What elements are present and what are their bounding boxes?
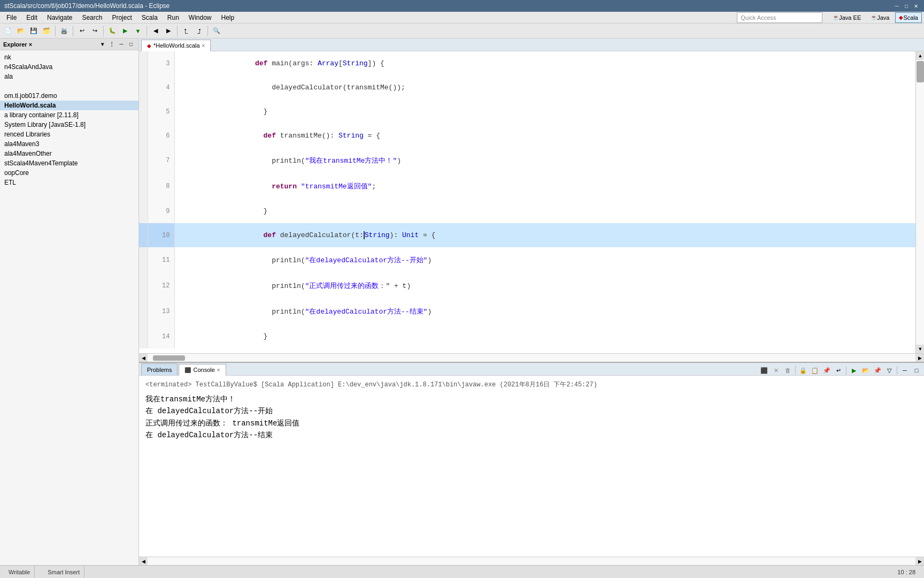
- menu-scala[interactable]: Scala: [137, 12, 162, 24]
- perspective-java[interactable]: ☕ Java: [867, 12, 893, 23]
- scroll-up-btn[interactable]: ▲: [916, 51, 924, 60]
- print-btn[interactable]: 🖨️: [58, 25, 70, 37]
- status-bar: Writable Smart Insert 10 : 28: [0, 565, 924, 578]
- table-row: 13 println("在delayedCalculator方法--结束"): [139, 299, 915, 324]
- scroll-down-btn[interactable]: ▼: [916, 345, 924, 353]
- sidebar-item-scala4maven3[interactable]: ala4Maven3: [0, 139, 138, 149]
- code-line[interactable]: }: [174, 100, 915, 124]
- save-btn[interactable]: 💾: [28, 25, 40, 37]
- menu-file[interactable]: File: [2, 12, 21, 24]
- editor-vscroll[interactable]: ▲ ▼: [915, 51, 924, 353]
- tab-close-btn[interactable]: ×: [202, 43, 205, 49]
- sidebar-maximize-btn[interactable]: □: [127, 40, 135, 49]
- code-line[interactable]: def main(args: Array[String]) {: [174, 51, 915, 75]
- maximize-button[interactable]: □: [903, 2, 910, 10]
- console-hscroll[interactable]: ◀ ▶: [139, 557, 924, 565]
- next-edit-btn[interactable]: ⮥: [193, 25, 205, 37]
- sidebar-item-ala[interactable]: ala: [0, 72, 138, 81]
- run-config-btn[interactable]: ▼: [132, 25, 144, 37]
- menu-run[interactable]: Run: [163, 12, 183, 24]
- console-hscroll-right[interactable]: ▶: [915, 557, 924, 566]
- forward-btn[interactable]: ▶: [163, 25, 174, 37]
- console-paste-btn[interactable]: 📌: [821, 366, 832, 375]
- console-word-wrap-btn[interactable]: ↵: [833, 366, 844, 375]
- sidebar-item-nk[interactable]: nk: [0, 52, 138, 62]
- sep4: [147, 26, 147, 36]
- console-expand-btn[interactable]: ▽: [884, 366, 895, 375]
- editor-tab-label: *HelloWorld.scala: [153, 42, 200, 49]
- table-row: 14 }: [139, 324, 915, 348]
- console-run-btn[interactable]: ▶: [849, 366, 859, 375]
- sidebar-item-oopcore[interactable]: oopCore: [0, 168, 138, 178]
- console-copy-btn[interactable]: 📋: [810, 366, 820, 375]
- console-hscroll-left[interactable]: ◀: [139, 557, 148, 566]
- quick-access-input[interactable]: Quick Access: [737, 12, 822, 23]
- code-line[interactable]: }: [174, 324, 915, 348]
- sidebar-item-helloworld[interactable]: HelloWorld.scala: [0, 101, 138, 110]
- run-btn[interactable]: ▶: [119, 25, 131, 37]
- prev-edit-btn[interactable]: ⮤: [180, 25, 192, 37]
- sidebar-item-library[interactable]: a library container [2.11.8]: [0, 110, 138, 120]
- code-line[interactable]: println("在delayedCalculator方法--结束"): [174, 299, 915, 324]
- console-open-btn[interactable]: 📂: [860, 366, 871, 375]
- menu-edit[interactable]: Edit: [22, 12, 42, 24]
- editor-hscroll[interactable]: ◀ ▶: [139, 353, 924, 362]
- code-line[interactable]: delayedCalculator(transmitMe());: [174, 75, 915, 100]
- line-gutter: [139, 173, 148, 199]
- open-btn[interactable]: 📂: [15, 25, 27, 37]
- hscroll-track[interactable]: [148, 354, 915, 362]
- tab-console[interactable]: ⬛ Console ×: [179, 364, 226, 376]
- code-line[interactable]: }: [174, 199, 915, 223]
- console-maximize-btn[interactable]: □: [911, 366, 922, 375]
- redo-btn[interactable]: ↪: [89, 25, 101, 37]
- sidebar-item-scala4mavenother[interactable]: ala4MavenOther: [0, 149, 138, 158]
- line-gutter: [139, 199, 148, 223]
- undo-btn[interactable]: ↩: [76, 25, 88, 37]
- menu-help[interactable]: Help: [217, 12, 239, 24]
- console-minimize-btn[interactable]: ─: [899, 366, 910, 375]
- console-remove-btn[interactable]: ✕: [771, 366, 781, 375]
- menu-window[interactable]: Window: [184, 12, 216, 24]
- code-line[interactable]: def delayedCalculator(t:​String): Unit =…: [174, 223, 915, 247]
- menu-search[interactable]: Search: [78, 12, 106, 24]
- back-btn[interactable]: ◀: [150, 25, 161, 37]
- debug-btn[interactable]: 🐛: [106, 25, 118, 37]
- line-gutter: [139, 100, 148, 124]
- search-btn[interactable]: 🔍: [211, 25, 222, 37]
- perspective-javaee[interactable]: ☕ Java EE: [829, 12, 865, 23]
- code-line[interactable]: def transmitMe(): String = {: [174, 124, 915, 148]
- tab-problems[interactable]: Problems: [141, 363, 178, 375]
- hscroll-right-btn[interactable]: ▶: [915, 354, 924, 362]
- editor-tab-helloworld[interactable]: ◆ *HelloWorld.scala ×: [141, 40, 211, 51]
- close-button[interactable]: ✕: [912, 2, 920, 10]
- code-line[interactable]: println("正式调用传过来的函数：" + t): [174, 273, 915, 299]
- sidebar-minimize-btn[interactable]: ─: [117, 40, 126, 49]
- new-btn[interactable]: 📄: [2, 25, 14, 37]
- sidebar-item-reflibrary[interactable]: renced Libraries: [0, 130, 138, 139]
- console-hscroll-track[interactable]: [148, 557, 915, 565]
- code-line[interactable]: return "transmitMe返回值";: [174, 173, 915, 199]
- console-scroll-lock-btn[interactable]: 🔒: [798, 366, 808, 375]
- sidebar-collapse-btn[interactable]: ▾: [98, 40, 106, 49]
- code-editor-inner[interactable]: 3 def main(args: Array[String]) { 4: [139, 51, 915, 353]
- menu-navigate[interactable]: Navigate: [43, 12, 76, 24]
- toolbar: 📄 📂 💾 🗂️ 🖨️ ↩ ↪ 🐛 ▶ ▼ ◀ ▶ ⮤ ⮥ 🔍: [0, 24, 924, 39]
- menu-project[interactable]: Project: [107, 12, 136, 24]
- console-stop-btn[interactable]: ⬛: [759, 366, 769, 375]
- sidebar-item-demo[interactable]: om.tl.job017.demo: [0, 91, 138, 101]
- hscroll-left-btn[interactable]: ◀: [139, 354, 148, 362]
- save-all-btn[interactable]: 🗂️: [41, 25, 52, 37]
- sidebar-menu-btn[interactable]: ⋮: [107, 40, 116, 49]
- minimize-button[interactable]: ─: [893, 2, 900, 10]
- sidebar-item-n4scala[interactable]: n4ScalaAndJava: [0, 62, 138, 72]
- sidebar-item-etl[interactable]: ETL: [0, 178, 138, 187]
- code-line[interactable]: println("我在transmitMe方法中！"): [174, 148, 915, 173]
- perspective-scala[interactable]: ◆ Scala: [895, 12, 922, 23]
- sidebar-item-jre[interactable]: System Library [JavaSE-1.8]: [0, 120, 138, 130]
- console-tab-close[interactable]: ×: [217, 367, 220, 373]
- console-clear-btn[interactable]: 🗑: [782, 366, 793, 375]
- console-pin-btn[interactable]: 📌: [872, 366, 883, 375]
- sidebar-item-scala4maven4[interactable]: stScala4Maven4Template: [0, 158, 138, 168]
- code-line[interactable]: println("在delayedCalculator方法--开始"): [174, 247, 915, 273]
- scroll-track[interactable]: [916, 60, 924, 345]
